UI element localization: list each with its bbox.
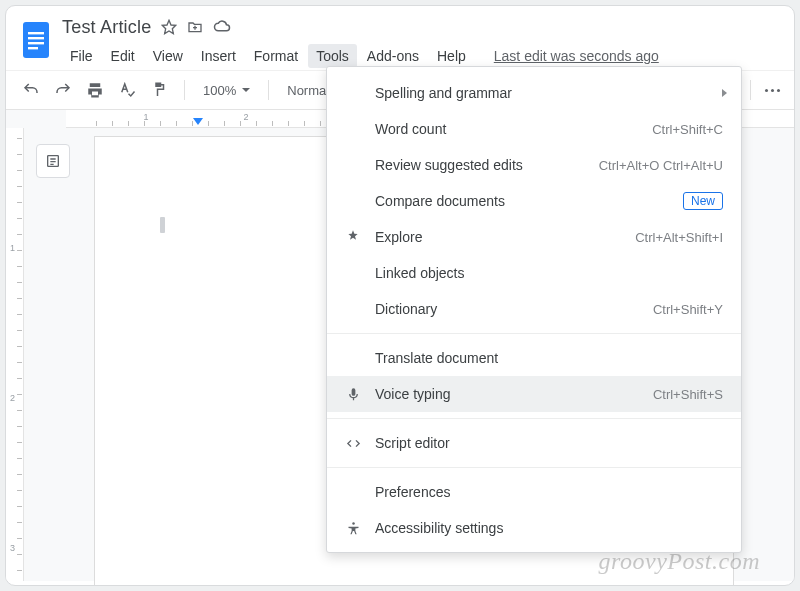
more-options-button[interactable] — [763, 89, 782, 92]
accessibility-icon — [341, 521, 365, 536]
menu-item-voice-typing[interactable]: Voice typing Ctrl+Shift+S — [327, 376, 741, 412]
title-row: Test Article — [62, 14, 784, 40]
menu-shortcut: Ctrl+Shift+S — [653, 387, 723, 402]
menu-label: Translate document — [365, 350, 723, 366]
menu-divider — [327, 418, 741, 419]
menu-tools[interactable]: Tools — [308, 44, 357, 68]
menu-label: Compare documents — [365, 193, 683, 209]
header-content: Test Article File Edit View Insert Forma… — [56, 14, 784, 70]
menu-item-preferences[interactable]: Preferences — [327, 474, 741, 510]
toolbar-separator — [750, 80, 751, 100]
menu-label: Accessibility settings — [365, 520, 723, 536]
svg-rect-0 — [23, 22, 49, 58]
menu-edit[interactable]: Edit — [103, 44, 143, 68]
undo-button[interactable] — [18, 77, 44, 103]
menu-item-dictionary[interactable]: Dictionary Ctrl+Shift+Y — [327, 291, 741, 327]
menu-divider — [327, 333, 741, 334]
menu-item-translate[interactable]: Translate document — [327, 340, 741, 376]
text-caret — [160, 217, 165, 233]
menu-label: Preferences — [365, 484, 723, 500]
star-icon[interactable] — [161, 19, 177, 35]
menu-insert[interactable]: Insert — [193, 44, 244, 68]
svg-marker-5 — [163, 20, 176, 33]
menu-item-review-edits[interactable]: Review suggested edits Ctrl+Alt+O Ctrl+A… — [327, 147, 741, 183]
menu-file[interactable]: File — [62, 44, 101, 68]
header: Test Article File Edit View Insert Forma… — [6, 6, 794, 70]
submenu-arrow-icon — [722, 89, 727, 97]
menu-addons[interactable]: Add-ons — [359, 44, 427, 68]
svg-rect-3 — [28, 42, 44, 44]
menu-item-linked-objects[interactable]: Linked objects — [327, 255, 741, 291]
menu-item-explore[interactable]: Explore Ctrl+Alt+Shift+I — [327, 219, 741, 255]
app-window: Test Article File Edit View Insert Forma… — [5, 5, 795, 586]
code-icon — [341, 436, 365, 451]
ruler-number: 3 — [10, 543, 15, 553]
svg-rect-4 — [28, 47, 38, 49]
ruler-number: 1 — [10, 243, 15, 253]
svg-point-10 — [352, 522, 355, 525]
zoom-dropdown[interactable]: 100% — [197, 83, 256, 98]
menu-label: Script editor — [365, 435, 723, 451]
menu-label: Dictionary — [365, 301, 653, 317]
menu-shortcut: Ctrl+Alt+Shift+I — [635, 230, 723, 245]
document-outline-button[interactable] — [36, 144, 70, 178]
menu-label: Word count — [365, 121, 652, 137]
explore-icon — [341, 229, 365, 245]
vertical-ruler[interactable]: 1 2 3 — [6, 128, 24, 581]
menu-view[interactable]: View — [145, 44, 191, 68]
ruler-number: 2 — [10, 393, 15, 403]
menu-item-spelling[interactable]: Spelling and grammar — [327, 75, 741, 111]
last-edit-link[interactable]: Last edit was seconds ago — [494, 48, 659, 64]
new-badge: New — [683, 192, 723, 210]
document-title[interactable]: Test Article — [62, 17, 151, 38]
chevron-down-icon — [242, 88, 250, 92]
tools-dropdown-menu: Spelling and grammar Word count Ctrl+Shi… — [326, 66, 742, 553]
style-value: Normal — [287, 83, 329, 98]
redo-button[interactable] — [50, 77, 76, 103]
menu-shortcut: Ctrl+Shift+Y — [653, 302, 723, 317]
menu-format[interactable]: Format — [246, 44, 306, 68]
menu-label: Spelling and grammar — [365, 85, 723, 101]
spellcheck-button[interactable] — [114, 77, 140, 103]
cloud-status-icon[interactable] — [213, 18, 231, 36]
menu-label: Voice typing — [365, 386, 653, 402]
menu-label: Review suggested edits — [365, 157, 599, 173]
toolbar-separator — [184, 80, 185, 100]
svg-rect-2 — [28, 37, 44, 39]
paint-format-button[interactable] — [146, 77, 172, 103]
menu-item-compare[interactable]: Compare documents New — [327, 183, 741, 219]
microphone-icon — [341, 387, 365, 402]
menu-shortcut: Ctrl+Alt+O Ctrl+Alt+U — [599, 158, 723, 173]
docs-logo-icon[interactable] — [16, 14, 56, 66]
ruler-number: 2 — [243, 112, 248, 122]
menu-label: Explore — [365, 229, 635, 245]
svg-rect-1 — [28, 32, 44, 34]
indent-marker-icon[interactable] — [193, 118, 203, 125]
zoom-value: 100% — [203, 83, 236, 98]
menu-item-accessibility[interactable]: Accessibility settings — [327, 510, 741, 546]
print-button[interactable] — [82, 77, 108, 103]
menu-help[interactable]: Help — [429, 44, 474, 68]
menu-shortcut: Ctrl+Shift+C — [652, 122, 723, 137]
menu-divider — [327, 467, 741, 468]
menu-label: Linked objects — [365, 265, 723, 281]
menu-item-word-count[interactable]: Word count Ctrl+Shift+C — [327, 111, 741, 147]
menu-item-script-editor[interactable]: Script editor — [327, 425, 741, 461]
toolbar-separator — [268, 80, 269, 100]
move-icon[interactable] — [187, 19, 203, 35]
